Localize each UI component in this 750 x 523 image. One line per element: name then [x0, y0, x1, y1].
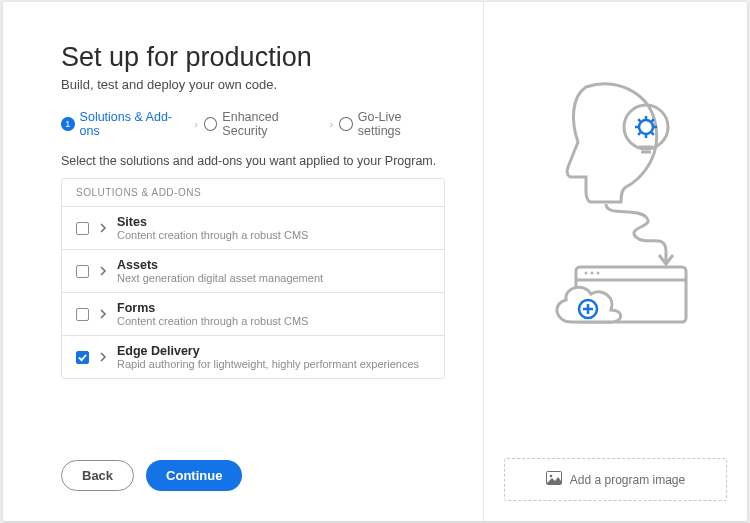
item-title: Assets	[117, 258, 430, 272]
setup-modal: Set up for production Build, test and de…	[3, 2, 747, 521]
page-subtitle: Build, test and deploy your own code.	[61, 77, 445, 92]
item-title: Edge Delivery	[117, 344, 430, 358]
back-button[interactable]: Back	[61, 460, 134, 491]
left-pane: Set up for production Build, test and de…	[3, 2, 483, 521]
svg-point-19	[549, 475, 552, 478]
stepper: 1 Solutions & Add-ons › Enhanced Securit…	[61, 110, 445, 138]
svg-point-14	[596, 272, 599, 275]
list-item[interactable]: Sites Content creation through a robust …	[62, 207, 444, 250]
item-title: Sites	[117, 215, 430, 229]
checkbox[interactable]	[76, 222, 89, 235]
add-program-image[interactable]: Add a program image	[504, 458, 727, 501]
page-title: Set up for production	[61, 42, 445, 73]
item-title: Forms	[117, 301, 430, 315]
checkbox[interactable]	[76, 351, 89, 364]
item-desc: Rapid authoring for lightweight, highly …	[117, 358, 430, 370]
step-label: Go-Live settings	[358, 110, 445, 138]
right-pane: Add a program image	[483, 2, 747, 521]
item-desc: Next generation digital asset management	[117, 272, 430, 284]
row-body: Assets Next generation digital asset man…	[117, 258, 430, 284]
item-desc: Content creation through a robust CMS	[117, 229, 430, 241]
button-row: Back Continue	[61, 436, 445, 491]
svg-line-8	[638, 133, 640, 135]
step-solutions[interactable]: 1 Solutions & Add-ons	[61, 110, 188, 138]
illustration-icon	[516, 72, 716, 336]
continue-button[interactable]: Continue	[146, 460, 242, 491]
step-circle-icon	[204, 117, 218, 131]
upload-label: Add a program image	[570, 473, 685, 487]
chevron-right-icon: ›	[330, 119, 333, 130]
row-body: Forms Content creation through a robust …	[117, 301, 430, 327]
chevron-right-icon: ›	[194, 119, 197, 130]
instruction-text: Select the solutions and add-ons you wan…	[61, 154, 445, 168]
step-enhanced-security[interactable]: Enhanced Security	[204, 110, 324, 138]
image-icon	[546, 471, 562, 488]
step-label: Solutions & Add-ons	[80, 110, 189, 138]
list-item[interactable]: Edge Delivery Rapid authoring for lightw…	[62, 336, 444, 378]
svg-point-0	[624, 105, 668, 149]
step-number-icon: 1	[61, 117, 75, 131]
chevron-right-icon[interactable]	[99, 348, 107, 366]
list-item[interactable]: Assets Next generation digital asset man…	[62, 250, 444, 293]
svg-point-13	[590, 272, 593, 275]
svg-point-12	[584, 272, 587, 275]
chevron-right-icon[interactable]	[99, 219, 107, 237]
checkbox[interactable]	[76, 308, 89, 321]
row-body: Sites Content creation through a robust …	[117, 215, 430, 241]
row-body: Edge Delivery Rapid authoring for lightw…	[117, 344, 430, 370]
svg-line-6	[638, 119, 640, 121]
list-header: SOLUTIONS & ADD-ONS	[62, 179, 444, 207]
item-desc: Content creation through a robust CMS	[117, 315, 430, 327]
solutions-list: SOLUTIONS & ADD-ONS Sites Content creati…	[61, 178, 445, 379]
svg-line-7	[651, 133, 653, 135]
step-golive-settings[interactable]: Go-Live settings	[339, 110, 445, 138]
step-label: Enhanced Security	[222, 110, 323, 138]
step-circle-icon	[339, 117, 353, 131]
list-item[interactable]: Forms Content creation through a robust …	[62, 293, 444, 336]
checkbox[interactable]	[76, 265, 89, 278]
svg-point-1	[639, 120, 653, 134]
svg-line-9	[651, 119, 653, 121]
chevron-right-icon[interactable]	[99, 262, 107, 280]
chevron-right-icon[interactable]	[99, 305, 107, 323]
